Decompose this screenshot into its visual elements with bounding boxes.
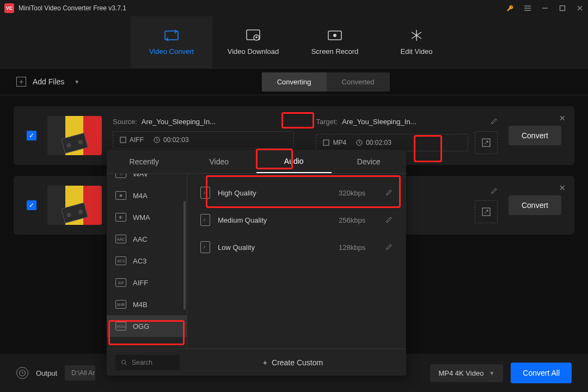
output-path[interactable]: D:\All Ar: [65, 365, 95, 381]
app-logo: VC: [4, 3, 14, 13]
chevron-down-icon: ▼: [74, 79, 79, 85]
plus-icon: +: [16, 77, 26, 87]
format-label: AC3: [133, 257, 146, 265]
format-label: WMA: [133, 213, 150, 222]
file-info: Source: Are_You_Sleeping_In... AIFF 00:0…: [113, 118, 498, 154]
format-m4b[interactable]: M4B M4B: [107, 293, 187, 315]
chevron-down-icon: ▼: [489, 370, 494, 376]
app-title: MiniTool Video Converter Free v3.7.1: [19, 4, 126, 12]
tab-screen-record[interactable]: Screen Record: [294, 16, 376, 68]
convert-button[interactable]: Convert: [509, 126, 561, 145]
plus-icon: +: [263, 358, 267, 367]
format-ac3[interactable]: AC3 AC3: [107, 250, 187, 272]
svg-rect-8: [323, 140, 329, 145]
source-meta: AIFF 00:02:03: [113, 131, 294, 149]
converted-tab[interactable]: Converted: [327, 72, 390, 91]
format-m4a[interactable]: ◉ M4A: [107, 185, 187, 206]
schedule-icon[interactable]: [16, 367, 28, 379]
format-aac[interactable]: AAC AAC: [107, 228, 187, 250]
add-files-button[interactable]: + Add Files ▼: [16, 77, 79, 87]
status-segment: Converting Converted: [262, 72, 390, 91]
edit-icon[interactable]: [384, 243, 393, 251]
menu-icon[interactable]: [524, 4, 531, 12]
format-label: WAV: [133, 174, 148, 178]
svg-rect-6: [120, 137, 126, 143]
scrollbar[interactable]: [183, 201, 186, 310]
format-icon: AC3: [115, 256, 126, 265]
target-meta: MP4 00:02:03: [316, 134, 468, 151]
close-icon[interactable]: [576, 4, 584, 12]
tab-video-download[interactable]: Video Download: [212, 16, 294, 68]
format-label: M4B: [133, 301, 148, 309]
remove-file-button[interactable]: ✕: [559, 183, 566, 192]
target-settings-button[interactable]: [475, 131, 498, 154]
format-label: AAC: [133, 235, 148, 243]
tab-video[interactable]: Video: [182, 150, 257, 173]
format-icon: ◉: [115, 191, 126, 200]
search-input[interactable]: Search: [115, 355, 180, 370]
converting-tab[interactable]: Converting: [262, 72, 327, 91]
convert-button[interactable]: Convert: [509, 195, 561, 215]
tab-edit-video[interactable]: Edit Video: [376, 16, 457, 68]
source-filename: Are_You_Sleeping_In...: [142, 118, 216, 126]
format-ogg[interactable]: OGG OGG: [107, 315, 187, 337]
quality-low[interactable]: Low Quality 128kbps: [187, 234, 406, 261]
format-icon: ♪: [115, 174, 126, 178]
create-custom-label: Create Custom: [272, 358, 323, 367]
tab-video-convert[interactable]: Video Convert: [131, 16, 212, 68]
quality-label: Low Quality: [218, 243, 331, 252]
edit-icon[interactable]: [490, 118, 498, 125]
file-thumbnail: [47, 116, 102, 155]
file-icon: [323, 139, 329, 146]
format-icon: M4B: [115, 300, 126, 309]
bottom-right: MP4 4K Video ▼ Convert All: [430, 363, 572, 383]
edit-icon: [408, 29, 425, 42]
format-label: AIFF: [133, 279, 148, 287]
audio-file-icon: [200, 214, 210, 226]
output-format-select[interactable]: MP4 4K Video ▼: [430, 364, 504, 382]
maximize-icon[interactable]: [559, 4, 566, 12]
quality-rate: 128kbps: [339, 243, 377, 252]
edit-icon[interactable]: [490, 187, 498, 195]
search-icon: [121, 359, 127, 366]
quality-medium[interactable]: Medium Quality 256kbps: [187, 206, 406, 234]
quality-high[interactable]: High Quality 320kbps: [187, 179, 406, 206]
format-wav[interactable]: ♪ WAV: [107, 174, 187, 185]
format-sidebar[interactable]: ♪ WAV ◉ M4A ◐ WMA AAC AAC AC3 AC3 AIF AI…: [107, 174, 187, 348]
svg-point-5: [333, 34, 336, 37]
source-format: AIFF: [120, 136, 144, 144]
tab-recently[interactable]: Recently: [107, 150, 182, 173]
format-wma[interactable]: ◐ WMA: [107, 206, 187, 228]
tab-label: Video Convert: [149, 47, 194, 56]
main-tabs: Video Convert Video Download Screen Reco…: [0, 16, 588, 68]
titlebar-left: VC MiniTool Video Converter Free v3.7.1: [4, 3, 126, 13]
download-icon: [244, 29, 262, 42]
format-icon: AAC: [115, 235, 126, 243]
key-icon[interactable]: [506, 4, 514, 12]
svg-rect-0: [560, 6, 565, 11]
titlebar: VC MiniTool Video Converter Free v3.7.1: [0, 0, 588, 16]
edit-icon[interactable]: [384, 216, 393, 224]
audio-file-icon: [200, 187, 210, 199]
format-aiff[interactable]: AIF AIFF: [107, 272, 187, 293]
quality-rate: 256kbps: [339, 216, 377, 224]
format-icon: OGG: [115, 322, 126, 330]
create-custom-button[interactable]: + Create Custom: [180, 358, 406, 367]
convert-all-button[interactable]: Convert All: [511, 363, 572, 383]
tab-device[interactable]: Device: [332, 150, 407, 173]
tab-audio[interactable]: Audio: [256, 150, 332, 173]
quality-rate: 320kbps: [339, 189, 377, 197]
target-label: Target:: [316, 118, 338, 126]
edit-icon[interactable]: [384, 189, 393, 197]
add-files-label: Add Files: [33, 77, 64, 86]
file-checkbox[interactable]: ✓: [27, 131, 36, 140]
source-column: Source: Are_You_Sleeping_In... AIFF 00:0…: [113, 118, 294, 154]
quality-label: Medium Quality: [218, 216, 331, 224]
remove-file-button[interactable]: ✕: [559, 114, 566, 122]
target-settings-button[interactable]: [475, 200, 498, 223]
source-label: Source:: [113, 118, 137, 126]
quality-label: High Quality: [218, 189, 331, 197]
source-duration: 00:02:03: [154, 136, 189, 144]
minimize-icon[interactable]: [541, 4, 549, 12]
file-checkbox[interactable]: ✓: [27, 200, 36, 210]
